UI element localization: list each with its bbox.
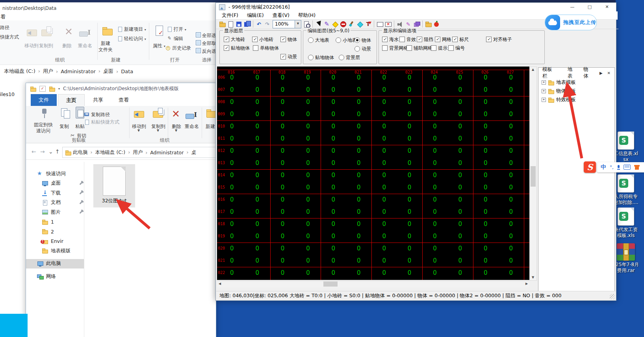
layer-checkbox[interactable]: ✓动景 (280, 54, 297, 60)
select-all-button[interactable]: 全部选择 (202, 32, 215, 39)
resize-grip-icon[interactable] (610, 294, 615, 299)
option-checkbox[interactable]: ✓对齐格子 (486, 36, 512, 43)
layer-checkbox[interactable]: ✓贴地物体 (224, 45, 250, 51)
sidebar-item[interactable]: 2 (26, 227, 84, 237)
forward-icon[interactable]: → (40, 148, 45, 155)
option-checkbox[interactable]: ✓网格 (435, 36, 451, 43)
sidebar-item[interactable]: 快速访问 (26, 169, 84, 179)
new-folder-icon[interactable] (101, 25, 113, 38)
move-to-button[interactable]: 移动到 (24, 43, 39, 49)
drag-upload-button[interactable]: 拖拽至此上传 (545, 15, 597, 30)
breadcrumb-item[interactable]: 此电脑 (73, 149, 88, 156)
option-checkbox[interactable]: ✓编号 (448, 45, 465, 51)
properties-check-icon[interactable]: ✓ (39, 86, 46, 92)
breadcrumb-item[interactable]: Administrator (143, 150, 184, 156)
pen2-icon[interactable] (405, 20, 412, 28)
rect-x-icon[interactable] (384, 20, 392, 28)
menu-item[interactable]: 文件(F) (217, 12, 243, 19)
option-checkbox[interactable]: ✓提示 (431, 45, 447, 51)
file-name-partial[interactable]: iles10 (0, 91, 15, 97)
panel-next-icon[interactable]: ▶ (599, 71, 603, 75)
new-folder-icon[interactable] (205, 107, 216, 120)
delete-icon[interactable] (170, 108, 183, 121)
move-to-icon[interactable] (132, 107, 145, 120)
select-none-icon[interactable] (196, 40, 201, 45)
copy-path-button[interactable]: 复制路径 (84, 111, 110, 118)
option-checkbox[interactable]: ✓辅助网格 (406, 45, 432, 51)
preview-icon[interactable] (303, 20, 310, 28)
open-folder-icon[interactable] (219, 20, 226, 28)
layer-radio[interactable]: 物体 (354, 37, 371, 43)
vertical-scrollbar[interactable]: ▲ ▼ (530, 67, 537, 281)
expand-icon[interactable]: + (542, 89, 546, 93)
diamond-cyan-icon[interactable] (356, 20, 364, 28)
tree-item[interactable]: + 物体模板 (538, 87, 614, 95)
option-checkbox[interactable]: ✓音效 (399, 36, 416, 43)
keyboard-icon[interactable] (624, 165, 631, 170)
new-file-icon[interactable] (227, 20, 234, 28)
sidebar-item[interactable]: 网络 (26, 272, 84, 281)
file-item[interactable]: 32位图.tut (93, 164, 135, 207)
breadcrumb-item[interactable]: Data (113, 69, 133, 74)
scroll-right-icon[interactable]: ▶ (524, 281, 529, 287)
copy-to-icon[interactable] (151, 107, 164, 120)
maximize-button[interactable]: □ (584, 3, 596, 11)
layer-checkbox[interactable]: ✓大地砖 (224, 36, 245, 43)
tab-surface[interactable]: 地表 (568, 66, 577, 80)
layer-radio[interactable]: 背景层 (339, 54, 360, 61)
ribbon-tab[interactable]: 共享 (86, 94, 110, 106)
breadcrumb-item[interactable]: 本地磁盘 (C:) (88, 149, 126, 156)
sidebar-item[interactable]: 桌面 (26, 179, 84, 189)
copy-to-button[interactable]: 复制到 (39, 43, 53, 49)
ribbon-tab[interactable]: 主页 (58, 94, 85, 106)
rename-icon[interactable] (79, 27, 91, 39)
qat-dropdown-icon[interactable]: ▾ (58, 87, 60, 91)
rect-icon[interactable] (376, 20, 384, 28)
layer-checkbox[interactable]: ✓单格物体 (253, 45, 279, 51)
breadcrumb-item[interactable]: 本地磁盘 (C:) (4, 68, 35, 75)
expand-icon[interactable]: + (542, 80, 546, 85)
layer-checkbox[interactable]: ✓小地砖 (252, 36, 273, 43)
new-folder-button[interactable]: 新建 (101, 40, 110, 47)
delete-icon[interactable] (63, 26, 76, 39)
pillar-icon[interactable] (364, 20, 372, 28)
scrollbar-thumb[interactable] (531, 166, 536, 187)
breadcrumb-item[interactable]: 用户 (35, 68, 53, 75)
diamond-yellow-icon[interactable] (331, 20, 339, 28)
option-checkbox[interactable]: ✓阻挡 (417, 36, 433, 43)
option-checkbox[interactable]: ✓背景网格 (382, 45, 408, 51)
sidebar-item[interactable]: 图片 (26, 207, 84, 217)
folder2-icon[interactable] (425, 20, 432, 28)
breadcrumb-item[interactable]: 桌 (184, 149, 196, 156)
address-box[interactable]: 此电脑本地磁盘 (C:)用户Administrator桌 (62, 147, 216, 158)
pin-to-quick-access-icon[interactable] (38, 107, 50, 120)
menu-item[interactable]: 帮助(H) (294, 12, 320, 19)
breadcrumb-item[interactable]: Administrator (53, 69, 96, 74)
copy-to-icon[interactable] (40, 26, 52, 39)
pen-icon[interactable] (323, 20, 330, 28)
copy-icon[interactable] (59, 107, 72, 120)
tree-item[interactable]: + 特效模板 (538, 95, 614, 104)
save-all-icon[interactable] (243, 20, 251, 28)
stop-icon[interactable] (340, 20, 347, 28)
redo-icon[interactable] (264, 20, 271, 28)
layer-radio[interactable]: 动景 (354, 46, 371, 52)
select-invert-button[interactable]: 反向选择 (202, 48, 215, 55)
skin-shirt-icon[interactable] (634, 165, 640, 170)
breadcrumb-item[interactable]: 用户 (125, 149, 143, 156)
menu-item[interactable]: 查看(V) (268, 12, 294, 19)
combo-dropdown-icon[interactable]: ▼ (295, 20, 301, 28)
save-icon[interactable] (235, 20, 243, 28)
layer-checkbox[interactable]: ✓物体 (280, 36, 297, 43)
zoom-combobox[interactable]: 100%▼ (273, 20, 301, 28)
ribbon-tab[interactable]: 查看 (111, 94, 136, 106)
folder-icon[interactable] (30, 86, 36, 91)
scrollbar-thumb[interactable] (323, 281, 338, 287)
map-canvas[interactable]: 0160170180190200210220230240250260270060… (217, 67, 529, 280)
menu-item[interactable]: 编辑(E) (243, 12, 268, 19)
back-icon[interactable]: ← (32, 148, 36, 155)
breadcrumb-item[interactable]: 桌面 (96, 68, 113, 75)
layer-radio[interactable]: 小地表 (336, 37, 357, 43)
microphone-icon[interactable] (617, 165, 620, 170)
folder-icon[interactable] (49, 86, 55, 91)
